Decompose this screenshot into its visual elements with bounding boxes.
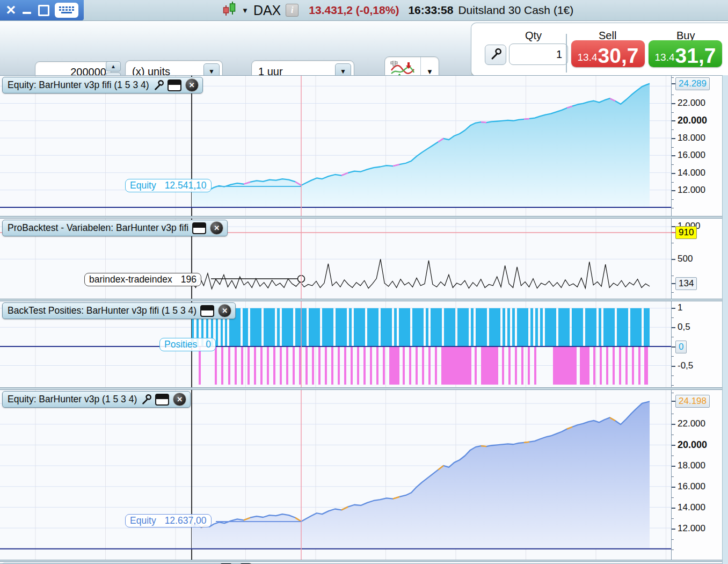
axis-minor-tick: [672, 208, 674, 208]
keyboard-button[interactable]: [55, 3, 78, 18]
minimize-window-button[interactable]: [21, 5, 32, 16]
value-axis: 1.000910500134: [671, 219, 723, 299]
axis-minor-tick: [672, 435, 674, 435]
axis-minor-tick: [672, 356, 674, 357]
panel-probacktest-variables: ProBacktest - Variabelen: BarHunter v3p …: [0, 218, 722, 299]
axis-tick: [672, 190, 675, 191]
sell-price-prefix: 13.4: [578, 52, 598, 63]
quantity-up-button[interactable]: ▲: [106, 61, 121, 71]
axis-minor-tick: [672, 518, 674, 519]
axis-minor-tick: [672, 182, 674, 183]
panel-backtest-positions: BackTest Posities: BarHunter v3p fifi (1…: [0, 301, 722, 388]
axis-minor-tick: [672, 77, 674, 78]
panel-title-tab[interactable]: BackTest Posities: BarHunter v3p fifi (1…: [2, 302, 236, 319]
axis-minor-tick: [672, 112, 674, 113]
close-icon[interactable]: ✕: [210, 221, 223, 235]
axis-label: 24.289: [675, 77, 710, 90]
position-axis: 10,50-0,5: [671, 301, 723, 387]
window-icon[interactable]: [168, 79, 181, 91]
info-button[interactable]: i: [286, 4, 299, 17]
axis-label: -0,5: [678, 360, 693, 372]
maximize-window-button[interactable]: [38, 5, 49, 16]
cursor-value: 196: [181, 274, 196, 285]
axis-minor-tick: [672, 539, 674, 540]
wrench-icon[interactable]: [153, 80, 164, 91]
keyboard-icon: [55, 3, 78, 18]
panel-title-tab[interactable]: Equity: BarHunter v3p (1 5 3 4) ✕: [2, 391, 191, 408]
panel-equity-v3p: Equity: BarHunter v3p (1 5 3 4) ✕ Equity…: [0, 389, 722, 560]
axis-label: 12.000: [678, 184, 705, 196]
close-window-button[interactable]: ✕: [5, 4, 16, 17]
cursor-name: barindex-tradeindex: [89, 274, 172, 285]
window-icon[interactable]: [200, 305, 214, 317]
variable-cursor-tag: barindex-tradeindex 196: [84, 273, 201, 286]
divider: [566, 34, 567, 73]
axis-tick: [672, 346, 675, 348]
window-icon[interactable]: [155, 394, 169, 406]
axis-tick: [672, 138, 675, 139]
cursor-value: 0: [206, 339, 211, 350]
cursor-value: 12.637,00: [165, 515, 207, 526]
panel-title-tab[interactable]: Equity: BarHunter v3p fifi (1 5 3 4) ✕: [2, 77, 203, 93]
axis-minor-tick: [672, 455, 674, 456]
axis-minor-tick: [672, 549, 674, 550]
axis-tick: [672, 424, 675, 425]
axis-tick: [672, 487, 675, 488]
panel-title-tab[interactable]: ProBacktest - Variabelen: BarHunter v3p …: [2, 220, 228, 236]
axis-label: 20.000: [678, 114, 707, 126]
window-controls: ✕: [0, 0, 84, 20]
axis-label: 0: [675, 341, 687, 353]
axis-minor-tick: [672, 243, 674, 243]
order-settings-button[interactable]: [485, 45, 506, 65]
main-toolbar: 200000 ▲ ▼ (x) units ▼ 1 uur ▼: [0, 21, 728, 76]
cursor-name: Equity: [130, 180, 156, 191]
scrollbar-strip[interactable]: [722, 75, 728, 564]
equity-fifi-chart[interactable]: [0, 76, 671, 216]
axis-label: 500: [678, 253, 693, 265]
panel-title: Equity: BarHunter v3p fifi (1 5 3 4): [8, 79, 149, 91]
window-icon[interactable]: [192, 222, 206, 234]
buy-price-prefix: 13.4: [655, 52, 675, 63]
axis-label: 134: [675, 277, 697, 290]
wrench-icon: [490, 48, 501, 62]
quote-time: 16:33:58: [408, 4, 453, 17]
close-icon[interactable]: ✕: [185, 78, 199, 92]
equity-v3p-chart[interactable]: [0, 390, 671, 560]
cursor-name: Equity: [130, 515, 156, 526]
axis-label: 910: [675, 226, 697, 239]
axis-label: 24.198: [675, 395, 710, 408]
positions-cursor-tag: Posities 0: [159, 338, 216, 351]
cursor-pointer-line: [216, 186, 301, 187]
qty-label: Qty: [525, 30, 542, 42]
candlestick-icon[interactable]: [222, 1, 237, 19]
instrument-bar: ▼ DAX i 13.431,2 (-0,18%) 16:33:58 Duits…: [222, 0, 573, 20]
axis-minor-tick: [672, 375, 674, 376]
axis-tick: [672, 232, 675, 233]
axis-minor-tick: [672, 129, 674, 130]
close-icon[interactable]: ✕: [173, 393, 186, 406]
axis-tick: [672, 259, 675, 260]
axis-tick: [672, 226, 675, 227]
axis-minor-tick: [672, 497, 674, 498]
axis-minor-tick: [672, 95, 674, 95]
close-icon[interactable]: ✕: [218, 304, 231, 317]
instrument-name[interactable]: DAX: [253, 3, 281, 18]
chevron-down-icon[interactable]: ▼: [242, 6, 249, 15]
axis-tick: [672, 445, 675, 446]
equity-cursor-tag: Equity 12.637,00: [125, 514, 212, 527]
buy-price-main: 31,7: [675, 46, 716, 66]
qty-input[interactable]: [509, 44, 568, 65]
axis-tick: [672, 529, 675, 530]
buy-button[interactable]: 13.4 31,7: [649, 40, 722, 67]
panel-title: BackTest Posities: BarHunter v3p fifi (1…: [8, 305, 196, 316]
indicator-dropdown-button[interactable]: ▼: [421, 68, 439, 76]
axis-label: 16.000: [678, 481, 705, 493]
axis-minor-tick: [672, 317, 674, 318]
axis-minor-tick: [672, 292, 674, 293]
axis-minor-tick: [672, 385, 674, 386]
wrench-icon[interactable]: [141, 394, 151, 405]
sell-button[interactable]: 13.4 30,7: [571, 40, 645, 67]
axis-label: 18.000: [678, 460, 705, 472]
cursor-name: Posities: [164, 339, 197, 350]
axis-label: 20.000: [678, 439, 707, 451]
